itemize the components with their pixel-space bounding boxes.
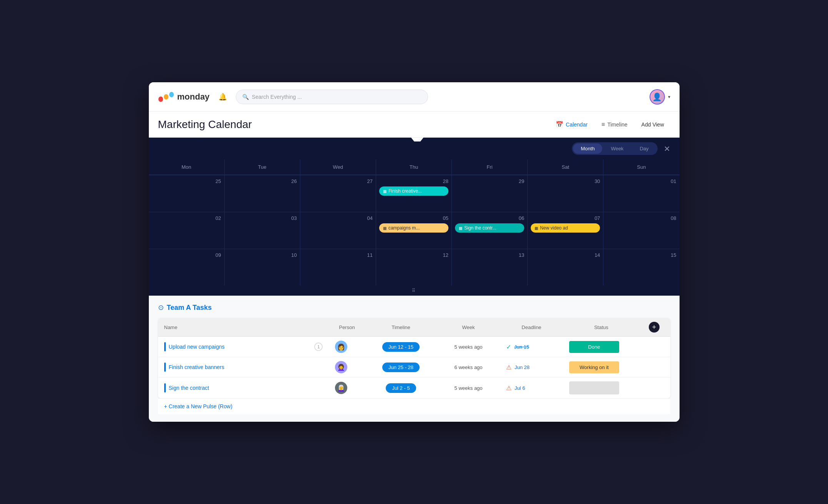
table-row: Finish creative banners 👩‍🦱 Jun 25 - 28 … bbox=[158, 357, 670, 378]
status-empty-3 bbox=[569, 381, 619, 394]
task-name-banners[interactable]: Finish creative banners bbox=[169, 364, 225, 370]
collapse-icon[interactable]: ⊙ bbox=[158, 303, 164, 312]
deadline-date-3: Jul 6 bbox=[515, 385, 525, 391]
event-campaigns[interactable]: ▦ campaigns m... bbox=[379, 223, 448, 233]
week-text-1: 5 weeks ago bbox=[455, 344, 483, 350]
calendar-icon: 📅 bbox=[556, 121, 563, 128]
task-extra-3 bbox=[640, 378, 670, 399]
event-contract-label: Sign the contr... bbox=[464, 225, 496, 231]
add-row-button[interactable]: + Create a New Pulse (Row) bbox=[158, 398, 670, 414]
table-header-row: Name Person Timeline Week Deadline Statu… bbox=[158, 318, 670, 337]
cal-cell-25[interactable]: 25 bbox=[149, 175, 225, 212]
task-name-contract[interactable]: Sign the contract bbox=[169, 385, 209, 391]
logo-text: monday bbox=[177, 92, 210, 102]
col-header-status: Status bbox=[563, 318, 640, 337]
cal-cell-07[interactable]: 07 ▦ New video ad bbox=[528, 212, 603, 249]
event-icon-3: ▦ bbox=[459, 226, 462, 230]
event-new-video[interactable]: ▦ New video ad bbox=[531, 223, 600, 233]
task-section: ⊙ Team A Tasks Name Person Timeline Week… bbox=[149, 296, 680, 422]
add-view-button[interactable]: Add View bbox=[635, 118, 670, 131]
cal-cell-26[interactable]: 26 bbox=[225, 175, 300, 212]
col-header-add: + bbox=[640, 318, 670, 337]
col-header-timeline: Timeline bbox=[365, 318, 437, 337]
task-timeline-3[interactable]: Jul 2 - 5 bbox=[365, 378, 437, 399]
task-week-3: 5 weeks ago bbox=[437, 378, 500, 399]
cal-cell-09[interactable]: 09 bbox=[149, 249, 225, 286]
close-calendar-button[interactable]: ✕ bbox=[664, 144, 670, 153]
cal-cell-01[interactable]: 01 bbox=[603, 175, 679, 212]
task-timeline-2[interactable]: Jun 25 - 28 bbox=[365, 357, 437, 378]
task-status-2[interactable]: Working on it bbox=[563, 357, 640, 378]
logo: monday bbox=[158, 91, 210, 102]
table-row: Sign the contract 👩‍🦳 Jul 2 - 5 5 weeks … bbox=[158, 378, 670, 399]
cal-cell-27[interactable]: 27 bbox=[300, 175, 376, 212]
section-title[interactable]: Team A Tasks bbox=[167, 304, 212, 312]
task-person-3: 👩‍🦳 bbox=[329, 378, 365, 399]
tab-calendar-label: Calendar bbox=[566, 121, 588, 128]
search-bar[interactable]: 🔍 Search Everything ... bbox=[236, 90, 428, 104]
task-person-1: 👩 bbox=[329, 337, 365, 357]
event-sign-contract[interactable]: ▦ Sign the contr... bbox=[455, 223, 524, 233]
task-status-1[interactable]: Done bbox=[563, 337, 640, 357]
event-icon-2: ▦ bbox=[383, 226, 387, 230]
task-extra-2 bbox=[640, 357, 670, 378]
task-bar-2 bbox=[164, 363, 166, 372]
cal-cell-10[interactable]: 10 bbox=[225, 249, 300, 286]
drag-handle[interactable]: ⠿ bbox=[149, 286, 680, 296]
cal-cell-13[interactable]: 13 bbox=[452, 249, 528, 286]
timeline-pill-3: Jul 2 - 5 bbox=[386, 383, 416, 393]
chevron-down-icon[interactable]: ▾ bbox=[668, 94, 670, 100]
top-bar: monday 🔔 🔍 Search Everything ... ▾ bbox=[149, 82, 680, 111]
svg-point-0 bbox=[158, 96, 163, 102]
cal-cell-29[interactable]: 29 bbox=[452, 175, 528, 212]
cal-cell-15[interactable]: 15 bbox=[603, 249, 679, 286]
tab-timeline[interactable]: ≡ Timeline bbox=[595, 118, 634, 131]
task-name-cell-2: Finish creative banners bbox=[158, 357, 329, 378]
cal-cell-04[interactable]: 04 bbox=[300, 212, 376, 249]
cal-cell-06[interactable]: 06 ▦ Sign the contr... bbox=[452, 212, 528, 249]
deadline-alert-icon-2: ⚠ bbox=[506, 364, 511, 371]
cal-cell-14[interactable]: 14 bbox=[528, 249, 603, 286]
cal-cell-03[interactable]: 03 bbox=[225, 212, 300, 249]
task-timeline-1[interactable]: Jun 12 - 15 bbox=[365, 337, 437, 357]
user-menu[interactable]: ▾ bbox=[650, 89, 670, 105]
task-name-upload[interactable]: Upload new campaigns bbox=[169, 344, 225, 350]
col-header-week: Week bbox=[437, 318, 500, 337]
task-person-2: 👩‍🦱 bbox=[329, 357, 365, 378]
timeline-pill-2: Jun 25 - 28 bbox=[382, 363, 420, 372]
task-badge-1[interactable]: 1 bbox=[314, 343, 323, 351]
week-view-button[interactable]: Week bbox=[603, 143, 631, 154]
cal-cell-08[interactable]: 08 bbox=[603, 212, 679, 249]
event-finish-creative[interactable]: ▦ Finish creative... bbox=[379, 186, 448, 196]
task-week-2: 6 weeks ago bbox=[437, 357, 500, 378]
event-icon: ▦ bbox=[383, 189, 387, 193]
avatar[interactable] bbox=[650, 89, 665, 105]
calendar-section: Month Week Day ✕ Mon Tue Wed Thu Fri Sat… bbox=[149, 138, 680, 296]
task-bar-3 bbox=[164, 383, 166, 393]
week-text-2: 6 weeks ago bbox=[455, 364, 483, 370]
col-header-name: Name bbox=[158, 318, 329, 337]
cal-cell-28[interactable]: 28 ▦ Finish creative... bbox=[376, 175, 452, 212]
cal-week-2: 02 03 04 05 ▦ campaigns m... 06 ▦ bbox=[149, 212, 680, 249]
table-row: Upload new campaigns 1 👩 Jun 12 - 15 5 w… bbox=[158, 337, 670, 357]
add-column-button[interactable]: + bbox=[649, 322, 660, 333]
event-icon-4: ▦ bbox=[535, 226, 538, 230]
cal-week-3: 09 10 11 12 13 14 15 bbox=[149, 249, 680, 286]
day-view-button[interactable]: Day bbox=[632, 143, 656, 154]
task-table: Name Person Timeline Week Deadline Statu… bbox=[158, 318, 670, 398]
task-status-3[interactable] bbox=[563, 378, 640, 399]
avatar-face bbox=[650, 90, 664, 104]
calendar-header: Mon Tue Wed Thu Fri Sat Sun bbox=[149, 160, 680, 175]
cal-cell-11[interactable]: 11 bbox=[300, 249, 376, 286]
tab-calendar[interactable]: 📅 Calendar bbox=[550, 118, 594, 131]
task-bar-1 bbox=[164, 342, 166, 351]
task-name-cell-1: Upload new campaigns 1 bbox=[158, 337, 329, 357]
cal-cell-12[interactable]: 12 bbox=[376, 249, 452, 286]
month-view-button[interactable]: Month bbox=[573, 143, 602, 154]
task-deadline-1: ✓ Jun 15 bbox=[500, 337, 563, 357]
bell-icon[interactable]: 🔔 bbox=[216, 90, 230, 104]
week-text-3: 5 weeks ago bbox=[455, 385, 483, 391]
cal-cell-05[interactable]: 05 ▦ campaigns m... bbox=[376, 212, 452, 249]
cal-cell-02[interactable]: 02 bbox=[149, 212, 225, 249]
cal-cell-30[interactable]: 30 bbox=[528, 175, 603, 212]
